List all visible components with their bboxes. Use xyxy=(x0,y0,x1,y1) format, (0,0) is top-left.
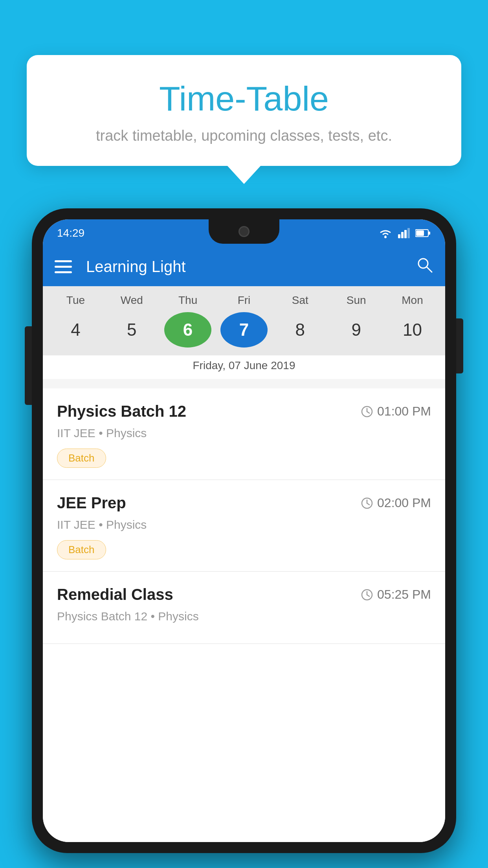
day-sun: Sun xyxy=(333,294,380,307)
hamburger-line-2 xyxy=(55,266,72,268)
search-button[interactable] xyxy=(416,256,433,277)
wifi-icon xyxy=(378,228,393,239)
class-meta-3: Physics Batch 12 • Physics xyxy=(57,610,431,623)
status-time: 14:29 xyxy=(57,227,84,239)
class-time-2: 02:00 PM xyxy=(361,496,431,510)
date-9[interactable]: 9 xyxy=(333,312,380,348)
class-header-1: Physics Batch 12 01:00 PM xyxy=(57,403,431,420)
hamburger-line-1 xyxy=(55,260,72,262)
class-time-3: 05:25 PM xyxy=(361,587,431,602)
batch-badge-1: Batch xyxy=(57,449,106,468)
svg-rect-3 xyxy=(404,230,407,238)
class-name-3: Remedial Class xyxy=(57,586,173,603)
calendar-strip: Tue Wed Thu Fri Sat Sun Mon 4 5 6 7 8 9 … xyxy=(43,286,445,379)
tooltip-title: Time-Table xyxy=(50,79,438,119)
svg-line-9 xyxy=(427,267,432,272)
day-fri: Fri xyxy=(220,294,268,307)
class-meta-2: IIT JEE • Physics xyxy=(57,518,431,531)
hamburger-line-3 xyxy=(55,271,72,273)
svg-line-18 xyxy=(367,595,369,596)
day-headers: Tue Wed Thu Fri Sat Sun Mon xyxy=(43,294,445,307)
clock-icon-1 xyxy=(361,405,373,418)
svg-rect-1 xyxy=(398,234,400,238)
class-header-2: JEE Prep 02:00 PM xyxy=(57,494,431,512)
date-4[interactable]: 4 xyxy=(52,312,99,348)
date-6-today[interactable]: 6 xyxy=(164,312,211,348)
svg-rect-7 xyxy=(416,230,424,236)
svg-point-0 xyxy=(384,236,387,238)
camera xyxy=(238,226,250,237)
phone-mockup: 14:29 xyxy=(32,208,456,853)
hamburger-menu-button[interactable] xyxy=(55,260,72,273)
tooltip-subtitle: track timetable, upcoming classes, tests… xyxy=(50,127,438,144)
phone-notch xyxy=(209,219,279,244)
date-7-selected[interactable]: 7 xyxy=(220,312,268,348)
phone-screen: 14:29 xyxy=(43,219,445,842)
svg-rect-6 xyxy=(428,232,430,235)
tooltip-card: Time-Table track timetable, upcoming cla… xyxy=(27,55,461,166)
date-5[interactable]: 5 xyxy=(108,312,155,348)
class-name-1: Physics Batch 12 xyxy=(57,403,186,420)
svg-line-15 xyxy=(367,503,369,505)
classes-list: Physics Batch 12 01:00 PM IIT JEE • Phys… xyxy=(43,388,445,842)
class-time-1: 01:00 PM xyxy=(361,404,431,419)
day-thu: Thu xyxy=(164,294,211,307)
phone-outer: 14:29 xyxy=(32,208,456,853)
date-10[interactable]: 10 xyxy=(389,312,436,348)
batch-badge-2: Batch xyxy=(57,540,106,559)
svg-line-12 xyxy=(367,412,369,413)
class-card-2[interactable]: JEE Prep 02:00 PM IIT JEE • Physics Batc… xyxy=(43,480,445,572)
app-bar: Learning Light xyxy=(43,247,445,286)
selected-date-label: Friday, 07 June 2019 xyxy=(43,355,445,379)
day-tue: Tue xyxy=(52,294,99,307)
date-8[interactable]: 8 xyxy=(277,312,324,348)
date-row: 4 5 6 7 8 9 10 xyxy=(43,312,445,348)
svg-rect-4 xyxy=(407,228,410,238)
clock-icon-3 xyxy=(361,588,373,601)
class-meta-1: IIT JEE • Physics xyxy=(57,427,431,440)
day-mon: Mon xyxy=(389,294,436,307)
clock-icon-2 xyxy=(361,497,373,509)
signal-icon xyxy=(398,228,410,238)
battery-icon xyxy=(415,229,431,237)
status-icons xyxy=(378,228,431,239)
day-wed: Wed xyxy=(108,294,155,307)
class-card-1[interactable]: Physics Batch 12 01:00 PM IIT JEE • Phys… xyxy=(43,388,445,480)
app-title: Learning Light xyxy=(86,258,416,276)
svg-rect-2 xyxy=(401,232,404,238)
class-name-2: JEE Prep xyxy=(57,494,126,512)
class-card-3[interactable]: Remedial Class 05:25 PM Physics Batch 12… xyxy=(43,572,445,644)
day-sat: Sat xyxy=(277,294,324,307)
class-header-3: Remedial Class 05:25 PM xyxy=(57,586,431,603)
